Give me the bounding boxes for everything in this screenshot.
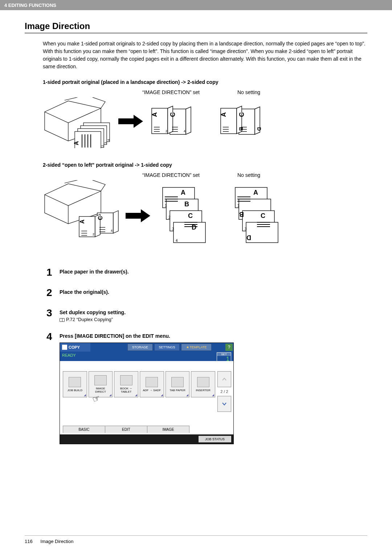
svg-text:3: 3 xyxy=(104,142,107,144)
svg-text:C: C xyxy=(261,212,265,219)
diagram1-label-noset: No setting xyxy=(237,89,260,95)
step-title: Place the original(s). xyxy=(60,289,367,295)
svg-text:2: 2 xyxy=(166,129,167,133)
panel-tab-template[interactable]: ★TEMPLATE xyxy=(181,344,212,351)
diagram2-image: A C 2 4 A B C xyxy=(43,180,297,247)
panel-btn-inserter[interactable]: INSERTER xyxy=(191,371,215,397)
svg-text:B: B xyxy=(184,200,189,208)
adf-icon xyxy=(146,377,158,387)
panel-category-image[interactable]: IMAGE xyxy=(147,426,189,433)
tab-paper-icon xyxy=(171,377,184,387)
copier-panel-screenshot: COPY STORAGE SETTINGS ★TEMPLATE ? READY … xyxy=(60,343,234,444)
panel-set-counter: SET 1 xyxy=(217,352,231,366)
svg-marker-50 xyxy=(126,209,150,222)
panel-status-ready: READY xyxy=(62,353,76,357)
more-icon xyxy=(109,394,111,396)
step-number: 4 xyxy=(46,331,60,444)
svg-text:1: 1 xyxy=(237,204,240,208)
panel-btn-job-build[interactable]: JOB BUILD xyxy=(63,371,87,397)
diagram-1: “IMAGE DIRECTION” set No setting A xyxy=(43,89,367,151)
more-icon xyxy=(84,394,86,396)
panel-page-indicator: 2 / 2 xyxy=(217,389,231,394)
svg-text:D: D xyxy=(256,127,262,131)
panel-help-button[interactable]: ? xyxy=(225,344,233,351)
star-icon: ★ xyxy=(186,345,189,349)
svg-marker-13 xyxy=(118,115,143,128)
diagram1-image: A 1 2 3 4 A xyxy=(43,97,297,150)
step-1: 1 Place paper in the drawer(s). xyxy=(46,267,367,278)
diagram1-label-set: “IMAGE DIRECTION” set xyxy=(142,89,200,95)
section-title: Image Direction xyxy=(25,21,367,33)
step-number: 1 xyxy=(46,267,60,278)
intro-paragraph: When you make 1-sided portrait originals… xyxy=(43,40,367,70)
panel-tab-storage[interactable]: STORAGE xyxy=(127,344,153,351)
step-2: 2 Place the original(s). xyxy=(46,287,367,299)
svg-text:A: A xyxy=(253,189,258,196)
diagram2-label-set: “IMAGE DIRECTION” set xyxy=(142,172,200,178)
svg-text:1: 1 xyxy=(98,148,102,148)
image-direction-icon xyxy=(94,375,107,385)
svg-text:2: 2 xyxy=(168,215,171,219)
chapter-breadcrumb: 4 EDITING FUNCTIONS xyxy=(4,3,56,8)
more-icon xyxy=(212,394,214,396)
panel-tab-settings[interactable]: SETTINGS xyxy=(154,344,180,351)
panel-btn-image-direction[interactable]: IMAGE DIRECT xyxy=(89,371,113,397)
svg-text:A: A xyxy=(151,112,158,117)
step-title: Place paper in the drawer(s). xyxy=(60,269,367,275)
step-number: 2 xyxy=(46,287,60,299)
panel-scroll-down[interactable] xyxy=(217,396,231,412)
diagram-2: “IMAGE DIRECTION” set No setting xyxy=(43,172,367,245)
panel-mode-copy[interactable]: COPY xyxy=(60,343,90,352)
book-icon xyxy=(60,318,65,322)
diagram2-label-noset: No setting xyxy=(237,172,260,178)
svg-text:A: A xyxy=(79,219,85,224)
svg-text:A: A xyxy=(220,112,227,117)
step-title: Set duplex copying setting. xyxy=(60,309,367,315)
subheading-2: 2-sided “open to left” portrait original… xyxy=(43,162,367,168)
panel-btn-tab-paper[interactable]: TAB PAPER xyxy=(166,371,190,397)
chapter-header: 4 EDITING FUNCTIONS xyxy=(0,0,392,10)
svg-text:4: 4 xyxy=(176,239,178,243)
svg-text:4: 4 xyxy=(184,129,185,133)
panel-job-status[interactable]: JOB STATUS xyxy=(199,436,231,442)
panel-btn-adf-sadf[interactable]: ADF → SADF xyxy=(140,371,164,397)
svg-text:B: B xyxy=(238,127,244,131)
more-icon xyxy=(161,394,163,396)
svg-text:A: A xyxy=(73,141,79,145)
panel-category-edit[interactable]: EDIT xyxy=(105,426,147,433)
step-title: Press [IMAGE DIRECTION] on the EDIT menu… xyxy=(60,333,367,339)
svg-text:1: 1 xyxy=(165,204,167,208)
book-tablet-icon xyxy=(120,375,132,385)
svg-text:B: B xyxy=(239,211,244,218)
subheading-1: 1-sided portrait original (placed in a l… xyxy=(43,79,367,85)
svg-text:C: C xyxy=(97,216,103,220)
copy-icon xyxy=(62,345,67,350)
svg-text:3: 3 xyxy=(245,227,247,231)
job-build-icon xyxy=(69,377,81,387)
page-number: 116 xyxy=(25,539,33,544)
steps-list: 1 Place paper in the drawer(s). 2 Place … xyxy=(46,267,367,444)
svg-text:4: 4 xyxy=(107,139,110,141)
svg-rect-54 xyxy=(173,222,205,243)
panel-category-basic[interactable]: BASIC xyxy=(63,426,105,433)
svg-text:4: 4 xyxy=(111,229,113,232)
step-3: 3 Set duplex copying setting. P.72 “Dupl… xyxy=(46,307,367,322)
page-content: Image Direction When you make 1-sided po… xyxy=(0,10,392,444)
step-4: 4 Press [IMAGE DIRECTION] on the EDIT me… xyxy=(46,331,367,444)
more-icon xyxy=(135,394,137,396)
svg-text:D: D xyxy=(246,234,251,241)
panel-btn-book-tablet[interactable]: BOOK ↔ TABLET xyxy=(114,371,138,397)
svg-rect-26 xyxy=(221,108,237,134)
panel-scroll-up[interactable] xyxy=(217,371,231,387)
svg-text:C: C xyxy=(169,112,176,117)
svg-text:2: 2 xyxy=(93,232,94,236)
svg-text:3: 3 xyxy=(172,227,174,231)
svg-text:2: 2 xyxy=(101,145,105,147)
svg-text:C: C xyxy=(188,212,193,219)
inserter-icon xyxy=(197,377,209,387)
svg-text:C: C xyxy=(238,112,245,117)
more-icon xyxy=(186,394,188,396)
svg-text:A: A xyxy=(181,189,185,196)
page-footer: 116 Image Direction xyxy=(25,535,367,544)
step-reference: P.72 “Duplex Copying” xyxy=(60,317,367,322)
